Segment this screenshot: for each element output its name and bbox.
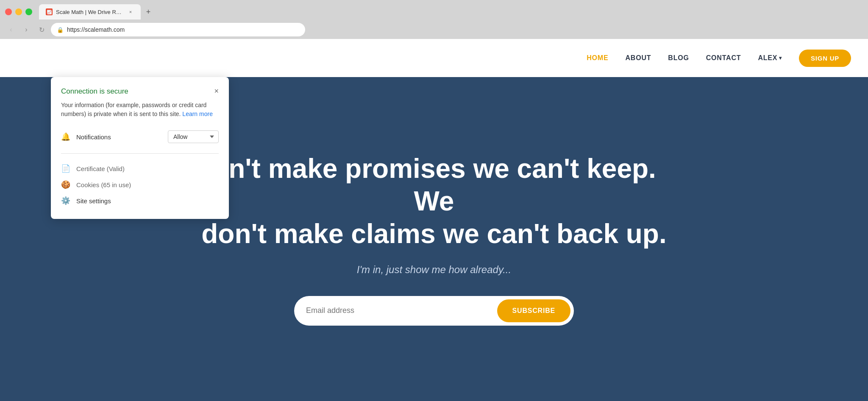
window-minimize-button[interactable] <box>15 8 22 15</box>
nav-contact[interactable]: CONTACT <box>706 54 741 62</box>
certificate-row[interactable]: 📄 Certificate (Valid) <box>61 160 219 177</box>
site-settings-row[interactable]: ⚙️ Site settings <box>61 193 219 209</box>
back-button[interactable]: ‹ <box>5 24 17 36</box>
window-close-button[interactable] <box>5 8 12 15</box>
email-form: SUBSCRIBE <box>294 296 574 326</box>
security-popup: Connection is secure × Your information … <box>51 77 229 219</box>
cookies-label: Cookies (65 in use) <box>76 181 219 188</box>
lock-icon: 🔒 <box>57 27 64 33</box>
settings-icon: ⚙️ <box>61 196 70 205</box>
sign-up-button[interactable]: SIGN UP <box>799 50 851 67</box>
notifications-row: 🔔 Notifications Allow Block Ask <box>61 127 219 147</box>
bell-icon: 🔔 <box>61 132 70 141</box>
cookies-row[interactable]: 🍪 Cookies (65 in use) <box>61 177 219 193</box>
notifications-select[interactable]: Allow Block Ask <box>168 130 219 143</box>
popup-description: Your information (for example, passwords… <box>61 101 219 119</box>
popup-close-button[interactable]: × <box>214 87 219 95</box>
nav-home[interactable]: HOME <box>587 54 608 62</box>
nav-about[interactable]: ABOUT <box>625 54 651 62</box>
certificate-icon: 📄 <box>61 164 70 173</box>
popup-header: Connection is secure × <box>61 87 219 96</box>
subscribe-button[interactable]: SUBSCRIBE <box>497 299 570 322</box>
email-input[interactable] <box>306 306 497 315</box>
nav-blog[interactable]: BLOG <box>668 54 689 62</box>
active-tab[interactable]: 📈 Scale Math | We Drive Ranking × <box>39 4 141 19</box>
website-content: HOME ABOUT BLOG CONTACT ALEX ▾ SIGN UP o… <box>0 39 868 401</box>
window-maximize-button[interactable] <box>25 8 32 15</box>
alex-dropdown-icon: ▾ <box>779 55 782 61</box>
nav-alex[interactable]: ALEX ▾ <box>758 54 782 62</box>
notifications-label: Notifications <box>76 133 162 141</box>
site-settings-label: Site settings <box>76 197 219 205</box>
address-bar[interactable]: 🔒 https://scalemath.com <box>51 23 305 36</box>
new-tab-button[interactable]: + <box>142 6 154 18</box>
cookies-icon: 🍪 <box>61 180 70 189</box>
site-navigation: HOME ABOUT BLOG CONTACT ALEX ▾ SIGN UP <box>0 39 868 77</box>
hero-title: on't make promises we can't keep. We don… <box>201 152 667 250</box>
learn-more-link[interactable]: Learn more <box>182 111 213 117</box>
url-text: https://scalemath.com <box>67 26 125 33</box>
refresh-button[interactable]: ↻ <box>36 24 47 36</box>
hero-subtitle: I'm in, just show me how already... <box>357 264 511 276</box>
popup-divider <box>61 153 219 154</box>
forward-button[interactable]: › <box>20 24 32 36</box>
popup-title: Connection is secure <box>61 87 128 96</box>
certificate-label: Certificate (Valid) <box>76 165 219 172</box>
tab-title: Scale Math | We Drive Ranking <box>56 9 124 15</box>
tab-favicon: 📈 <box>46 8 53 15</box>
tab-close-button[interactable]: × <box>127 8 134 15</box>
